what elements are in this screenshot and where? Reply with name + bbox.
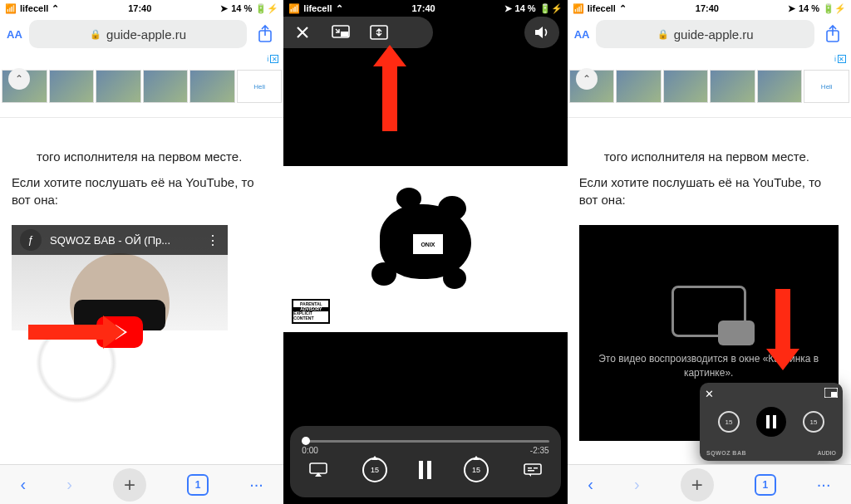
collapse-button[interactable]: ⌃ — [576, 68, 598, 90]
captions-button[interactable] — [521, 458, 544, 482]
ad-thumb[interactable] — [616, 70, 662, 103]
more-icon[interactable]: ⋮ — [206, 232, 219, 248]
status-time: 17:40 — [59, 3, 220, 13]
back-button[interactable]: ‹ — [21, 475, 27, 494]
ios-status-bar: 📶lifecell⌃ 17:40 ➤14 %🔋⚡ — [283, 0, 567, 17]
url-text: guide-apple.ru — [674, 27, 754, 42]
menu-button[interactable]: ··· — [249, 475, 263, 494]
share-button[interactable] — [253, 22, 277, 46]
text-size-button[interactable]: AA — [7, 28, 22, 41]
url-text: guide-apple.ru — [106, 27, 186, 42]
safari-url-bar: AA 🔒 guide-apple.ru — [0, 17, 283, 53]
safari-url-bar: AA 🔒 guide-apple.ru — [568, 17, 851, 53]
ios-status-bar: 📶 lifecell ⌃ 17:40 ➤ 14 % 🔋⚡ — [0, 0, 283, 17]
new-tab-button[interactable]: + — [113, 468, 146, 502]
ad-thumb[interactable] — [96, 70, 141, 103]
time-elapsed: 0:00 — [302, 446, 317, 455]
screenshot-fullscreen-player: 📶lifecell⌃ 17:40 ➤14 %🔋⚡ ONIX — [283, 0, 567, 504]
artwork-label: ONIX — [413, 234, 443, 254]
pip-button[interactable] — [322, 17, 360, 48]
pip-skip-forward-button[interactable]: 15 — [803, 411, 824, 433]
time-remaining: -2:35 — [530, 446, 549, 455]
lock-icon: 🔒 — [90, 29, 101, 40]
pip-brand-right: AUDIO — [817, 450, 836, 456]
pip-restore-button[interactable] — [824, 388, 838, 398]
airplay-button[interactable] — [307, 458, 330, 482]
collapse-button[interactable]: ⌃ — [8, 68, 30, 90]
ad-thumb[interactable] — [49, 70, 95, 103]
screenshot-pip-active: 📶lifecell⌃ 17:40 ➤14 %🔋⚡ AA 🔒 guide-appl… — [568, 0, 851, 504]
scrubber[interactable]: 0:00 -2:35 — [302, 434, 548, 448]
pip-brand-left: SQWOZ BAB — [706, 450, 746, 456]
annotation-arrow-pip — [373, 45, 406, 131]
volume-button[interactable] — [524, 17, 559, 48]
svg-rect-4 — [310, 463, 327, 473]
battery-label: 14 % — [231, 3, 252, 13]
pip-skip-back-button[interactable]: 15 — [718, 411, 740, 433]
ad-thumb[interactable] — [710, 70, 755, 103]
forward-button[interactable]: › — [66, 475, 72, 494]
battery-icon: 🔋⚡ — [255, 3, 278, 14]
article-line-2: Если хотите послушать её на YouTube, то … — [579, 174, 839, 208]
ad-label[interactable]: i✕ — [267, 55, 278, 63]
battery-label: 14 % — [799, 3, 819, 13]
ad-banner[interactable]: i✕ Heli — [568, 53, 851, 118]
carrier-label: lifecell — [588, 3, 616, 13]
video-artwork: ONIX — [363, 188, 488, 296]
parental-advisory-badge: PARENTAL ADVISORY EXPLICIT CONTENT — [292, 299, 330, 324]
article-text: того исполнителя на первом месте. Если х… — [0, 139, 283, 225]
url-field[interactable]: 🔒 guide-apple.ru — [596, 20, 814, 48]
safari-toolbar: ‹ › + 1 ··· — [568, 464, 851, 504]
share-button[interactable] — [821, 22, 844, 46]
youtube-embed[interactable]: ƒ SQWOZ BAB - ОЙ (Пр... ⋮ — [12, 225, 228, 438]
tabs-button[interactable]: 1 — [187, 474, 209, 496]
svg-rect-5 — [524, 464, 541, 474]
pip-window[interactable]: ✕ 15 15 SQWOZ BAB AUDIO — [700, 383, 843, 461]
close-player-button[interactable] — [283, 17, 322, 48]
svg-rect-7 — [534, 467, 538, 469]
article-line-1: того исполнителя на первом месте. — [12, 148, 272, 165]
article-text: того исполнителя на первом месте. Если х… — [568, 139, 851, 225]
ad-close-icon: ✕ — [270, 55, 278, 63]
ad-thumb[interactable] — [757, 70, 803, 103]
back-button[interactable]: ‹ — [588, 475, 593, 494]
pip-placeholder-icon — [671, 286, 746, 337]
status-time: 17:40 — [627, 3, 788, 13]
ad-thumb[interactable] — [663, 70, 709, 103]
ad-label[interactable]: i✕ — [834, 55, 846, 63]
pip-close-button[interactable]: ✕ — [705, 388, 714, 400]
new-tab-button[interactable]: + — [681, 468, 714, 502]
ad-thumb-logo[interactable]: Heli — [804, 70, 849, 103]
pause-button[interactable] — [419, 461, 431, 479]
ad-thumb-logo[interactable]: Heli — [237, 70, 283, 103]
article-line-1: того исполнителя на первом месте. — [579, 148, 839, 165]
annotation-arrow-pip-window — [766, 289, 799, 370]
wifi-icon: ⌃ — [52, 3, 59, 14]
aspect-button[interactable] — [360, 17, 398, 48]
article-line-2: Если хотите послушать её на YouTube, то … — [12, 174, 272, 208]
player-top-controls — [283, 17, 433, 48]
carrier-label: lifecell — [303, 3, 332, 13]
tabs-button[interactable]: 1 — [755, 474, 776, 496]
skip-forward-button[interactable]: 15 — [464, 458, 489, 482]
skip-back-button[interactable]: 15 — [362, 458, 387, 482]
menu-button[interactable]: ··· — [817, 475, 831, 494]
url-field[interactable]: 🔒 guide-apple.ru — [29, 20, 248, 48]
ios-status-bar: 📶lifecell⌃ 17:40 ➤14 %🔋⚡ — [568, 0, 851, 17]
signal-icon: 📶 — [5, 3, 17, 14]
svg-rect-8 — [528, 470, 534, 472]
ad-thumb[interactable] — [189, 70, 235, 103]
status-time: 17:40 — [343, 3, 504, 13]
forward-button[interactable]: › — [634, 475, 640, 494]
channel-avatar[interactable]: ƒ — [20, 229, 42, 251]
ad-banner[interactable]: i✕ Heli — [0, 53, 283, 118]
ad-thumb[interactable] — [143, 70, 189, 103]
location-icon: ➤ — [220, 3, 228, 14]
video-title: SQWOZ BAB - ОЙ (Пр... — [50, 234, 198, 247]
lock-icon: 🔒 — [657, 29, 669, 40]
battery-label: 14 % — [515, 3, 536, 13]
signal-icon: 📶 — [288, 3, 300, 14]
text-size-button[interactable]: AA — [574, 28, 590, 41]
pip-pause-button[interactable] — [756, 407, 786, 437]
annotation-arrow-play — [28, 316, 125, 349]
